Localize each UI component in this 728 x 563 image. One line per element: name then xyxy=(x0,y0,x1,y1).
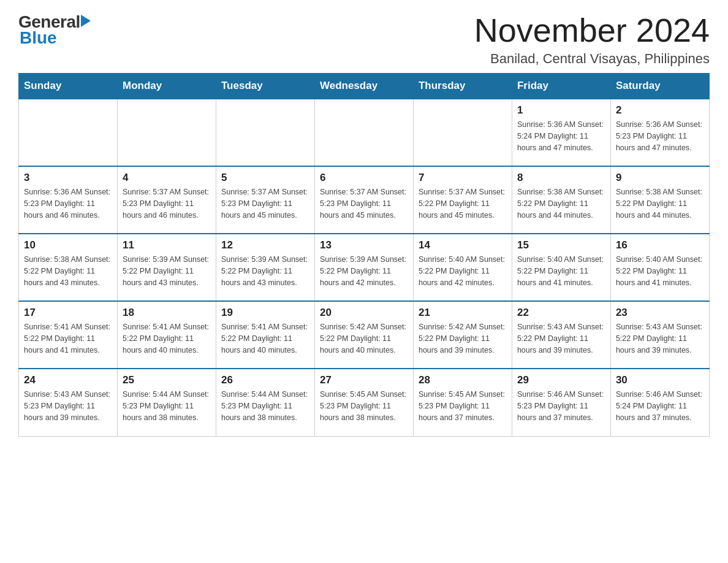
calendar-table: SundayMondayTuesdayWednesdayThursdayFrid… xyxy=(18,73,710,437)
day-number: 19 xyxy=(221,307,309,319)
day-number: 18 xyxy=(123,307,211,319)
day-number: 27 xyxy=(320,374,408,386)
day-info: Sunrise: 5:37 AM Sunset: 5:23 PM Dayligh… xyxy=(320,186,408,221)
day-info: Sunrise: 5:41 AM Sunset: 5:22 PM Dayligh… xyxy=(221,321,309,356)
day-info: Sunrise: 5:38 AM Sunset: 5:22 PM Dayligh… xyxy=(616,186,704,221)
logo-blue-text: Blue xyxy=(20,28,91,48)
day-number: 21 xyxy=(419,307,507,319)
day-cell-2: 2Sunrise: 5:36 AM Sunset: 5:23 PM Daylig… xyxy=(610,99,709,166)
day-cell-10: 10Sunrise: 5:38 AM Sunset: 5:22 PM Dayli… xyxy=(19,234,118,301)
column-header-tuesday: Tuesday xyxy=(216,74,314,99)
day-info: Sunrise: 5:38 AM Sunset: 5:22 PM Dayligh… xyxy=(24,254,112,288)
day-cell-14: 14Sunrise: 5:40 AM Sunset: 5:22 PM Dayli… xyxy=(413,234,512,301)
day-info: Sunrise: 5:37 AM Sunset: 5:23 PM Dayligh… xyxy=(123,186,211,221)
day-cell-23: 23Sunrise: 5:43 AM Sunset: 5:22 PM Dayli… xyxy=(610,301,709,369)
day-number: 30 xyxy=(616,374,704,386)
empty-cell xyxy=(19,99,118,166)
day-info: Sunrise: 5:39 AM Sunset: 5:22 PM Dayligh… xyxy=(221,254,309,288)
day-cell-30: 30Sunrise: 5:46 AM Sunset: 5:24 PM Dayli… xyxy=(610,369,709,436)
page-header: General Blue November 2024 Banilad, Cent… xyxy=(18,12,710,67)
day-cell-26: 26Sunrise: 5:44 AM Sunset: 5:23 PM Dayli… xyxy=(216,369,314,436)
day-number: 4 xyxy=(123,172,211,184)
day-number: 2 xyxy=(616,104,704,117)
day-cell-6: 6Sunrise: 5:37 AM Sunset: 5:23 PM Daylig… xyxy=(314,166,413,234)
day-info: Sunrise: 5:46 AM Sunset: 5:24 PM Dayligh… xyxy=(616,389,704,423)
column-header-sunday: Sunday xyxy=(19,74,118,99)
day-cell-13: 13Sunrise: 5:39 AM Sunset: 5:22 PM Dayli… xyxy=(314,234,413,301)
day-number: 9 xyxy=(616,172,704,184)
day-cell-29: 29Sunrise: 5:46 AM Sunset: 5:23 PM Dayli… xyxy=(512,369,610,436)
day-number: 28 xyxy=(419,374,507,386)
day-info: Sunrise: 5:40 AM Sunset: 5:22 PM Dayligh… xyxy=(517,254,605,288)
week-row-5: 24Sunrise: 5:43 AM Sunset: 5:23 PM Dayli… xyxy=(19,369,710,436)
week-row-2: 3Sunrise: 5:36 AM Sunset: 5:23 PM Daylig… xyxy=(19,166,710,234)
day-number: 13 xyxy=(320,239,408,251)
day-info: Sunrise: 5:42 AM Sunset: 5:22 PM Dayligh… xyxy=(320,321,408,356)
day-info: Sunrise: 5:45 AM Sunset: 5:23 PM Dayligh… xyxy=(320,389,408,423)
day-info: Sunrise: 5:43 AM Sunset: 5:23 PM Dayligh… xyxy=(24,389,112,423)
day-cell-28: 28Sunrise: 5:45 AM Sunset: 5:23 PM Dayli… xyxy=(413,369,512,436)
day-cell-16: 16Sunrise: 5:40 AM Sunset: 5:22 PM Dayli… xyxy=(610,234,709,301)
calendar-title: November 2024 xyxy=(474,12,710,48)
day-info: Sunrise: 5:40 AM Sunset: 5:22 PM Dayligh… xyxy=(419,254,507,288)
day-number: 7 xyxy=(419,172,507,184)
day-number: 26 xyxy=(221,374,309,386)
day-info: Sunrise: 5:44 AM Sunset: 5:23 PM Dayligh… xyxy=(221,389,309,423)
column-header-monday: Monday xyxy=(117,74,216,99)
day-info: Sunrise: 5:43 AM Sunset: 5:22 PM Dayligh… xyxy=(616,321,704,356)
day-number: 5 xyxy=(221,172,309,184)
day-cell-9: 9Sunrise: 5:38 AM Sunset: 5:22 PM Daylig… xyxy=(610,166,709,234)
day-number: 17 xyxy=(24,307,112,319)
week-row-3: 10Sunrise: 5:38 AM Sunset: 5:22 PM Dayli… xyxy=(19,234,710,301)
column-header-wednesday: Wednesday xyxy=(314,74,413,99)
day-cell-27: 27Sunrise: 5:45 AM Sunset: 5:23 PM Dayli… xyxy=(314,369,413,436)
day-number: 10 xyxy=(24,239,112,251)
day-info: Sunrise: 5:44 AM Sunset: 5:23 PM Dayligh… xyxy=(123,389,211,423)
day-info: Sunrise: 5:42 AM Sunset: 5:22 PM Dayligh… xyxy=(419,321,507,356)
day-cell-15: 15Sunrise: 5:40 AM Sunset: 5:22 PM Dayli… xyxy=(512,234,610,301)
day-cell-19: 19Sunrise: 5:41 AM Sunset: 5:22 PM Dayli… xyxy=(216,301,314,369)
day-info: Sunrise: 5:38 AM Sunset: 5:22 PM Dayligh… xyxy=(517,186,605,221)
day-info: Sunrise: 5:41 AM Sunset: 5:22 PM Dayligh… xyxy=(123,321,211,356)
day-info: Sunrise: 5:46 AM Sunset: 5:23 PM Dayligh… xyxy=(517,389,605,423)
day-info: Sunrise: 5:36 AM Sunset: 5:23 PM Dayligh… xyxy=(24,186,112,221)
day-cell-18: 18Sunrise: 5:41 AM Sunset: 5:22 PM Dayli… xyxy=(117,301,216,369)
logo: General Blue xyxy=(18,12,91,48)
empty-cell xyxy=(314,99,413,166)
calendar-header-row: SundayMondayTuesdayWednesdayThursdayFrid… xyxy=(19,74,710,99)
day-number: 29 xyxy=(517,374,605,386)
day-cell-5: 5Sunrise: 5:37 AM Sunset: 5:23 PM Daylig… xyxy=(216,166,314,234)
column-header-friday: Friday xyxy=(512,74,610,99)
day-cell-1: 1Sunrise: 5:36 AM Sunset: 5:24 PM Daylig… xyxy=(512,99,610,166)
day-number: 25 xyxy=(123,374,211,386)
day-number: 16 xyxy=(616,239,704,251)
day-number: 24 xyxy=(24,374,112,386)
day-number: 11 xyxy=(123,239,211,251)
day-number: 15 xyxy=(517,239,605,251)
day-info: Sunrise: 5:43 AM Sunset: 5:22 PM Dayligh… xyxy=(517,321,605,356)
column-header-saturday: Saturday xyxy=(610,74,709,99)
day-info: Sunrise: 5:40 AM Sunset: 5:22 PM Dayligh… xyxy=(616,254,704,288)
day-number: 8 xyxy=(517,172,605,184)
day-number: 20 xyxy=(320,307,408,319)
day-cell-25: 25Sunrise: 5:44 AM Sunset: 5:23 PM Dayli… xyxy=(117,369,216,436)
day-cell-21: 21Sunrise: 5:42 AM Sunset: 5:22 PM Dayli… xyxy=(413,301,512,369)
day-cell-4: 4Sunrise: 5:37 AM Sunset: 5:23 PM Daylig… xyxy=(117,166,216,234)
day-info: Sunrise: 5:37 AM Sunset: 5:22 PM Dayligh… xyxy=(419,186,507,221)
day-info: Sunrise: 5:41 AM Sunset: 5:22 PM Dayligh… xyxy=(24,321,112,356)
day-cell-24: 24Sunrise: 5:43 AM Sunset: 5:23 PM Dayli… xyxy=(19,369,118,436)
title-block: November 2024 Banilad, Central Visayas, … xyxy=(474,12,710,67)
day-cell-12: 12Sunrise: 5:39 AM Sunset: 5:22 PM Dayli… xyxy=(216,234,314,301)
day-cell-11: 11Sunrise: 5:39 AM Sunset: 5:22 PM Dayli… xyxy=(117,234,216,301)
day-info: Sunrise: 5:39 AM Sunset: 5:22 PM Dayligh… xyxy=(320,254,408,288)
day-cell-22: 22Sunrise: 5:43 AM Sunset: 5:22 PM Dayli… xyxy=(512,301,610,369)
day-cell-3: 3Sunrise: 5:36 AM Sunset: 5:23 PM Daylig… xyxy=(19,166,118,234)
day-number: 6 xyxy=(320,172,408,184)
day-cell-17: 17Sunrise: 5:41 AM Sunset: 5:22 PM Dayli… xyxy=(19,301,118,369)
day-info: Sunrise: 5:45 AM Sunset: 5:23 PM Dayligh… xyxy=(419,389,507,423)
day-info: Sunrise: 5:36 AM Sunset: 5:24 PM Dayligh… xyxy=(517,119,605,153)
day-number: 14 xyxy=(419,239,507,251)
week-row-4: 17Sunrise: 5:41 AM Sunset: 5:22 PM Dayli… xyxy=(19,301,710,369)
column-header-thursday: Thursday xyxy=(413,74,512,99)
calendar-subtitle: Banilad, Central Visayas, Philippines xyxy=(474,51,710,67)
